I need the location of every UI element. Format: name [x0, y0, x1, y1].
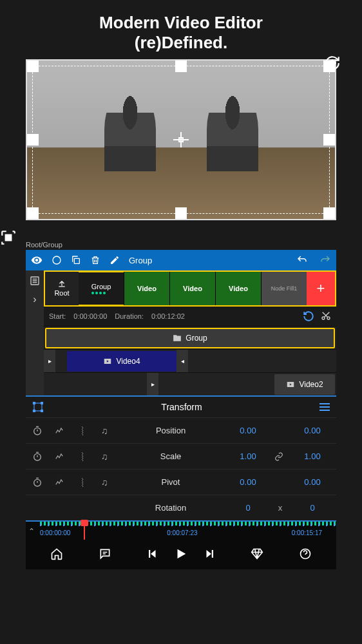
pivot-label: Pivot	[120, 477, 222, 487]
svg-marker-21	[177, 549, 186, 559]
timeline-ruler[interactable]: ⌃ 0:00:00:00 0:00:07:23 0:00:15:17	[26, 520, 336, 538]
svg-rect-0	[329, 60, 335, 66]
copy-icon[interactable]	[71, 255, 81, 265]
music-icon[interactable]: ♫	[98, 451, 111, 462]
ruler-t1: 0:00:00:00	[40, 529, 70, 536]
clip-group[interactable]: Group	[45, 328, 335, 348]
toolbar-group-label: Group	[129, 256, 152, 265]
rotate-handle[interactable]	[324, 55, 341, 71]
track-toggle-left[interactable]: ▸	[44, 350, 55, 372]
pivot-x[interactable]: 0.00	[231, 477, 265, 487]
duration-value[interactable]: 0:00:12:02	[151, 312, 185, 320]
clip-video4[interactable]: Video4	[67, 351, 176, 372]
edit-icon[interactable]	[110, 255, 120, 265]
clip-video2-label: Video2	[299, 380, 323, 389]
transform-header: Transform	[26, 397, 336, 417]
rotation-label: Rotation	[120, 503, 222, 513]
clip-group-label: Group	[186, 334, 207, 343]
redo-icon[interactable]	[319, 254, 331, 266]
stopwatch-icon[interactable]	[32, 477, 45, 488]
scale-x[interactable]: 1.00	[231, 451, 265, 461]
pivot-y[interactable]: 0.00	[295, 477, 330, 487]
track-video2: ▸ Video2	[44, 372, 336, 395]
tab-root-label: Root	[54, 289, 69, 297]
wiggle-icon[interactable]: ⦚	[76, 477, 89, 488]
tab-video-0[interactable]: Video	[124, 272, 169, 305]
resize-handle-tl[interactable]	[27, 61, 39, 72]
transform-title: Transform	[44, 402, 319, 412]
stopwatch-icon[interactable]	[32, 451, 45, 462]
tab-group-label: Group	[91, 283, 111, 290]
track-toggle-right[interactable]: ◂	[176, 350, 188, 372]
expand-icon[interactable]: ›	[33, 294, 36, 305]
tab-video-1[interactable]: Video	[169, 272, 215, 305]
graph-icon[interactable]	[54, 452, 67, 461]
start-value[interactable]: 0:00:00:00	[73, 312, 107, 320]
wiggle-icon[interactable]: ⦚	[76, 451, 89, 462]
track-toggle-left2[interactable]: ▸	[147, 373, 158, 395]
wiggle-icon[interactable]: ⦚	[76, 426, 89, 436]
music-icon[interactable]: ♫	[98, 477, 111, 488]
revert-icon[interactable]	[303, 310, 314, 322]
resize-handle-bc[interactable]	[175, 207, 187, 219]
video-preview[interactable]	[26, 59, 336, 220]
svg-point-2	[53, 256, 61, 264]
position-x[interactable]: 0.00	[231, 426, 265, 435]
resize-handle-mr[interactable]	[323, 134, 335, 146]
rotation-x-label: x	[274, 503, 286, 513]
start-label: Start:	[49, 312, 66, 320]
transform-row-pivot: ⦚ ♫ Pivot 0.00 0.00	[26, 469, 336, 495]
layers-sidebar: ›	[26, 270, 44, 395]
help-icon[interactable]	[299, 547, 312, 560]
music-icon[interactable]: ♫	[98, 426, 111, 436]
rotation-y[interactable]: 0	[295, 503, 330, 513]
resize-handle-ml[interactable]	[27, 134, 39, 146]
link-icon[interactable]	[274, 452, 286, 461]
step-back-icon[interactable]	[147, 548, 158, 560]
position-y[interactable]: 0.00	[295, 426, 330, 435]
svg-rect-1	[6, 235, 12, 241]
tab-group[interactable]: Group	[79, 272, 124, 305]
delete-icon[interactable]	[90, 255, 100, 265]
promo-header: Modern Video Editor (re)Defined.	[0, 0, 362, 59]
resize-handle-bl[interactable]	[27, 207, 39, 219]
resize-handle-br[interactable]	[323, 207, 335, 219]
center-crosshair[interactable]	[173, 132, 189, 147]
menu-icon[interactable]	[319, 403, 330, 411]
step-forward-icon[interactable]	[204, 548, 215, 560]
rotation-x[interactable]: 0	[231, 503, 265, 513]
circle-icon[interactable]	[52, 255, 62, 265]
breadcrumb: Root/Group	[0, 220, 362, 250]
transform-row-position: ⦚ ♫ Position 0.00 0.00	[26, 417, 336, 443]
scale-y[interactable]: 1.00	[295, 451, 330, 461]
graph-icon[interactable]	[54, 426, 67, 435]
crop-corner-icon[interactable]	[0, 229, 17, 246]
home-icon[interactable]	[50, 547, 63, 560]
playhead[interactable]	[84, 522, 85, 540]
clip-video2[interactable]: Video2	[274, 374, 335, 395]
diamond-icon[interactable]	[251, 547, 263, 560]
comment-icon[interactable]	[99, 547, 111, 560]
cut-icon[interactable]	[321, 310, 331, 322]
undo-icon[interactable]	[296, 254, 308, 266]
track-video4: ▸ Video4 ◂	[44, 349, 336, 372]
add-layer-button[interactable]: +	[307, 272, 335, 305]
visibility-toggle-icon[interactable]	[31, 254, 43, 266]
selection-box[interactable]	[32, 66, 330, 214]
tab-root[interactable]: Root	[45, 272, 79, 305]
list-icon[interactable]	[30, 276, 40, 286]
stopwatch-icon[interactable]	[32, 426, 45, 436]
resize-handle-tc[interactable]	[175, 61, 187, 72]
tab-nodefill[interactable]: Node Fill1	[261, 272, 307, 305]
svg-point-5	[322, 317, 325, 319]
ruler-t2: 0:00:07:23	[167, 529, 197, 536]
track-group: Group	[44, 326, 336, 349]
graph-icon[interactable]	[54, 478, 67, 487]
clip-video4-label: Video4	[116, 357, 140, 366]
bounding-box-icon[interactable]	[32, 401, 44, 413]
transform-row-scale: ⦚ ♫ Scale 1.00 1.00	[26, 443, 336, 469]
tab-video-2[interactable]: Video	[215, 272, 261, 305]
svg-rect-14	[33, 410, 35, 412]
play-icon[interactable]	[174, 547, 188, 561]
svg-marker-22	[206, 550, 211, 558]
